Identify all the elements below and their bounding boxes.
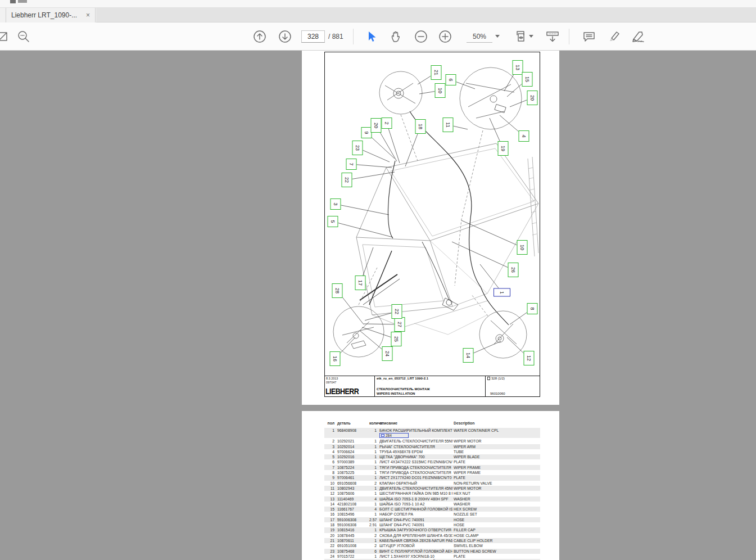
table-row: 17 591006308 2.57 ШЛАНГ DN4-PVC 740091 H… <box>324 517 540 522</box>
page-fit-button[interactable] <box>514 29 529 44</box>
cell-description-ru: ШЛАНГ DN4-PVC 740091 <box>379 517 452 522</box>
cell-part-number: 421802108 <box>337 502 369 507</box>
next-page-button[interactable] <box>278 29 292 44</box>
fill-and-sign-button[interactable] <box>631 29 645 44</box>
diagram-callout[interactable]: 2 <box>382 118 392 129</box>
cell-part-number: 691056608 <box>337 481 369 486</box>
select-tool-button[interactable] <box>364 29 379 44</box>
zoom-level-dropdown[interactable]: 50% <box>467 30 492 43</box>
cell-description-ru: ТЯГИ ПРИВОДА СТЕКЛООЧИСТИТЕЛЯ <box>379 470 452 475</box>
diagram-callout[interactable]: 25 <box>391 332 402 346</box>
cell-part-number: 968408908 <box>337 428 369 433</box>
previous-page-button[interactable] <box>252 29 267 44</box>
sidebar-toggle-button[interactable] <box>0 29 10 44</box>
diagram-callout[interactable]: 11 <box>443 118 454 132</box>
cell-pos: 3 <box>324 444 334 449</box>
diagram-callout[interactable]: 23 <box>352 141 363 155</box>
title-block-middle-cell: etk_ru_en_053712_LRT 1090-2.1 СТЕКЛООЧИС… <box>375 376 486 396</box>
parts-table: пол деталь количе описание Description 1… <box>324 421 540 560</box>
diagram-callout[interactable]: 22 <box>392 304 402 319</box>
diagram-callout[interactable]: 17 <box>355 276 366 290</box>
scrolling-mode-button[interactable] <box>545 29 560 44</box>
diagram-callout[interactable]: 6 <box>446 74 456 85</box>
cell-part-number: 10875224 <box>337 465 369 470</box>
highlight-button[interactable] <box>607 29 622 44</box>
search-button[interactable] <box>16 29 31 44</box>
diagram-callout[interactable]: 20 <box>527 91 538 105</box>
cell-part-number: 10875225 <box>337 470 369 475</box>
cell-quantity: 1 <box>369 465 377 470</box>
comment-button[interactable] <box>582 29 596 44</box>
document-tab[interactable]: Liebherr LRT_1090-... × <box>6 8 96 22</box>
diagram-callout[interactable]: 15 <box>522 72 533 87</box>
diagram-callout[interactable]: 7 <box>346 159 357 170</box>
cell-description-en: WASHER <box>454 502 540 507</box>
diagram-callout[interactable]: 10 <box>435 83 446 98</box>
select-tool-icon <box>365 30 378 43</box>
diagram-callout[interactable]: 28 <box>332 283 343 298</box>
drawing-title-block: 8.3.2013 097047 LIEBHERR etk_ru_en_05371… <box>324 376 540 397</box>
diagram-callout[interactable]: 4 <box>519 130 529 142</box>
chevron-down-icon[interactable] <box>529 35 533 38</box>
cell-description-en: PLATE <box>454 475 540 480</box>
diagram-callout[interactable]: 19 <box>498 141 509 156</box>
diagram-callout-number: 19 <box>500 146 506 151</box>
table-row: 5 10292016 1 ЩЕТКА "ДВОРНИКА" 700 WIPER … <box>324 454 540 459</box>
cell-description-en: WATER CONTAINER CPL <box>454 428 540 433</box>
hand-tool-button[interactable] <box>389 29 404 44</box>
cell-quantity: 1 <box>369 512 377 517</box>
cell-pos: 7 <box>324 465 334 470</box>
diagram-callout-number: 27 <box>397 322 402 327</box>
diagram-callout[interactable]: 18 <box>415 119 426 134</box>
diagram-callout[interactable]: 20 <box>371 118 382 133</box>
cell-description-en: FILLER CAP <box>454 527 540 532</box>
diagram-callout-number: 28 <box>334 288 340 293</box>
table-row: 4 97006624 1 ТРУБА 49X68X78 EPDM TUBE <box>324 449 540 454</box>
cell-part-number: 10815496 <box>337 512 369 517</box>
diagram-callout-number: 20 <box>529 95 535 101</box>
diagram-callout-number: 21 <box>433 70 439 75</box>
diagram-callout[interactable]: 21 <box>431 65 442 80</box>
cell-description-ru: ЩЕТКА "ДВОРНИКА" 700 <box>379 454 452 459</box>
cell-part-number: 10870611 <box>337 538 369 543</box>
cell-quantity: 2 <box>369 533 377 538</box>
cell-description-en: HOSE <box>454 522 540 527</box>
cell-pos: 23 <box>324 549 334 554</box>
diagram-callout[interactable]: 27 <box>395 317 405 332</box>
cell-quantity: 1 <box>369 538 377 543</box>
diagram-callout[interactable]: 14 <box>463 348 474 363</box>
diagram-callout[interactable]: 10 <box>517 240 528 255</box>
diagram-callout[interactable]: 26 <box>508 263 519 277</box>
cell-quantity: 1 <box>369 428 377 433</box>
cell-quantity: 1 <box>369 449 377 454</box>
diagram-callout[interactable]: 12 <box>524 351 535 365</box>
chevron-down-icon[interactable] <box>495 35 500 38</box>
table-row: 6 97000389 1 ЛИСТ 4X347X222 S315MC FE/ZN… <box>324 459 540 464</box>
zoom-in-button[interactable] <box>438 29 452 44</box>
cell-description-en: WIPER FRAME <box>454 470 540 475</box>
cell-part-number: 10292016 <box>337 454 369 459</box>
cell-description-en: BUTTON HEAD SCREW <box>454 549 540 554</box>
table-row: 1 968408908 1 БАЧОК РАСШИРИТЕЛЬНЫЙ КОМПЛ… <box>324 428 540 438</box>
page-number-input[interactable] <box>301 30 325 43</box>
tab-close-icon[interactable]: × <box>83 12 90 19</box>
table-row: 9 97006461 1 ЛИСТ 2X177X240 DC01 FE/ZNNI… <box>324 475 540 480</box>
diagram-callout-number: 10 <box>519 245 525 250</box>
diagram-callout[interactable]: 8 <box>527 303 538 314</box>
zoom-out-button[interactable] <box>414 29 428 44</box>
cell-part-number: 10815416 <box>337 527 369 532</box>
diagram-callout[interactable]: 3 <box>331 198 341 210</box>
zoom-in-icon <box>438 29 452 44</box>
diagram-callout-number: 4 <box>521 134 527 137</box>
cell-part-number: 10802943 <box>337 486 369 491</box>
next-page-icon <box>278 29 292 44</box>
cell-quantity: 1 <box>369 486 377 491</box>
diagram-callout[interactable]: 5 <box>328 216 338 227</box>
diagram-callout[interactable]: 22 <box>342 173 352 187</box>
cell-description-ru: ЛИСТ 2X177X240 DC01 FE/ZNNI8/CN/T0 <box>379 475 452 480</box>
diagram-callout[interactable]: 16 <box>330 351 341 366</box>
cell-description-ru: ШЛАНГ DN4-PVC 740091 <box>379 522 452 527</box>
diagram-callout[interactable]: 1 <box>494 288 510 297</box>
diagram-callout[interactable]: 24 <box>382 346 393 361</box>
cross-reference-link[interactable]: 284 <box>379 433 409 438</box>
